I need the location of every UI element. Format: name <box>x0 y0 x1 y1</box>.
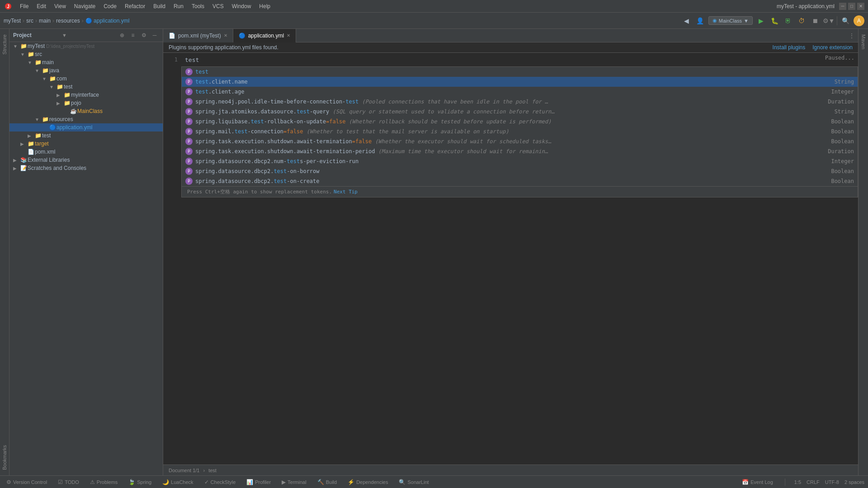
tab-application-yml[interactable]: 🔵 application.yml ✕ <box>233 29 296 42</box>
bookmarks-panel[interactable]: Bookmarks <box>0 440 9 475</box>
maximize-button[interactable]: □ <box>848 3 855 10</box>
todo-icon: ☑ <box>58 479 63 485</box>
tree-item-main[interactable]: ▼ 📁 main <box>9 58 163 66</box>
breadcrumb-src[interactable]: src <box>26 18 33 24</box>
yaml-tab-close[interactable]: ✕ <box>287 33 290 38</box>
line-sep: CRLF <box>807 479 820 485</box>
tree-item-pojo[interactable]: ▶ 📁 pojo <box>9 99 163 107</box>
ac-item-text: spring.liquibase.test-rollback-on-update… <box>195 118 827 125</box>
event-log-icon: 📅 <box>742 479 749 485</box>
build-tab[interactable]: 🔨 Build <box>315 478 340 486</box>
menu-vcs[interactable]: VCS <box>209 2 227 10</box>
ac-item-liquibase[interactable]: P spring.liquibase.test-rollback-on-upda… <box>182 117 858 127</box>
tree-item-mainclass[interactable]: ☕ MainClass <box>9 107 163 115</box>
problems-tab[interactable]: ⚠ Problems <box>87 478 120 486</box>
ac-item-test-client-name[interactable]: P test.client.name String <box>182 77 858 87</box>
ac-badge: P <box>185 158 193 165</box>
ac-item-dbcp2-borrow[interactable]: P spring.datasource.dbcp2.test-on-borrow… <box>182 166 858 176</box>
ac-item-mail[interactable]: P spring.mail.test-connection=false (Whe… <box>182 127 858 136</box>
account-button[interactable]: 👤 <box>695 15 706 26</box>
sidebar-dropdown[interactable]: ▼ <box>62 33 67 38</box>
tree-item-application-yml[interactable]: 🔵 application.yml <box>9 123 163 131</box>
stop-button[interactable]: ⏹ <box>810 15 821 26</box>
checkstyle-tab[interactable]: ✓ CheckStyle <box>202 478 239 486</box>
tree-label: com <box>57 75 67 82</box>
sonarlint-tab[interactable]: 🔍 SonarLint <box>396 478 431 486</box>
structure-panel[interactable]: Structure <box>0 29 9 60</box>
breadcrumb-project[interactable]: myTest <box>4 18 21 24</box>
menu-refactor[interactable]: Refactor <box>121 2 149 10</box>
install-plugins-link[interactable]: Install plugins <box>773 44 806 51</box>
spring-tab[interactable]: 🍃 Spring <box>126 478 154 486</box>
breadcrumb-main[interactable]: main <box>39 18 51 24</box>
search-everywhere-button[interactable]: 🔍 <box>840 15 851 26</box>
menu-window[interactable]: Window <box>228 2 255 10</box>
tree-item-java[interactable]: ▼ 📁 java <box>9 66 163 75</box>
menu-tools[interactable]: Tools <box>188 2 208 10</box>
tree-item-target[interactable]: ▶ 📁 target <box>9 140 163 148</box>
add-icon[interactable]: ⊕ <box>118 31 127 40</box>
luacheck-tab[interactable]: 🌙 LuaCheck <box>160 478 196 486</box>
tree-item-scratches[interactable]: ▶ 📝 Scratches and Consoles <box>9 164 163 172</box>
tree-label: Scratches and Consoles <box>28 165 86 171</box>
next-tip-link[interactable]: Next Tip <box>334 189 358 195</box>
editor-content[interactable]: 1 test Paused... P test P test.client.na… <box>163 53 858 465</box>
close-sidebar-icon[interactable]: ─ <box>150 31 159 40</box>
tree-item-resources[interactable]: ▼ 📁 resources <box>9 115 163 123</box>
tree-item-src[interactable]: ▼ 📁 src <box>9 50 163 58</box>
tab-pom-xml[interactable]: 📄 pom.xml (myTest) ✕ <box>163 29 233 42</box>
back-button[interactable]: ◀ <box>681 15 692 26</box>
coverage-button[interactable]: ⛨ <box>783 15 793 26</box>
todo-tab[interactable]: ☑ TODO <box>55 478 82 486</box>
yaml-file-icon: 🔵 <box>48 124 57 131</box>
ac-item-task-period[interactable]: P spring.task.execution.shutdown.await-t… <box>182 146 858 156</box>
pom-tab-close[interactable]: ✕ <box>224 33 227 38</box>
tree-item-com[interactable]: ▼ 📁 com <box>9 75 163 83</box>
run-button[interactable]: ▶ <box>755 15 766 26</box>
profiler-tab[interactable]: 📊 Profiler <box>244 478 274 486</box>
collapse-all-icon[interactable]: ≡ <box>128 31 137 40</box>
minimize-button[interactable]: ─ <box>839 3 846 10</box>
profile-button[interactable]: ⏱ <box>796 15 807 26</box>
ac-item-atomikos[interactable]: P spring.jta.atomikos.datasource.test-qu… <box>182 107 858 117</box>
tree-label: pom.xml <box>35 149 55 155</box>
terminal-tab[interactable]: ▶ Terminal <box>279 478 309 486</box>
ac-item-task-await[interactable]: P spring.task.execution.shutdown.await-t… <box>182 136 858 146</box>
avatar-button[interactable]: A <box>854 15 864 26</box>
menu-code[interactable]: Code <box>100 2 120 10</box>
settings-icon[interactable]: ⚙ <box>139 31 148 40</box>
more-run-options[interactable]: ⚙▼ <box>823 15 834 26</box>
ac-item-dbcp2-create[interactable]: P spring.datasource.dbcp2.test-on-create… <box>182 176 858 186</box>
menu-run[interactable]: Run <box>170 2 187 10</box>
run-config-selector[interactable]: ◉ MainClass ▼ <box>708 16 753 25</box>
sidebar-header: Project ▼ ⊕ ≡ ⚙ ─ <box>9 29 163 42</box>
debug-button[interactable]: 🐛 <box>769 15 780 26</box>
ignore-extension-link[interactable]: Ignore extension <box>812 44 853 51</box>
close-button[interactable]: ✕ <box>857 3 864 10</box>
event-log-tab[interactable]: 📅 Event Log <box>739 478 776 486</box>
tree-item-test-folder[interactable]: ▶ 📁 test <box>9 131 163 140</box>
version-control-tab[interactable]: ⚙ Version Control <box>4 478 50 486</box>
tree-item-pom-xml[interactable]: 📄 pom.xml <box>9 148 163 156</box>
menu-build[interactable]: Build <box>150 2 169 10</box>
sonarlint-icon: 🔍 <box>399 479 406 485</box>
tree-item-myinterface[interactable]: ▶ 📁 myinterface <box>9 91 163 99</box>
menu-file[interactable]: File <box>16 2 32 10</box>
tree-item-external-libs[interactable]: ▶ 📚 External Libraries <box>9 156 163 164</box>
menu-help[interactable]: Help <box>255 2 274 10</box>
menu-edit[interactable]: Edit <box>33 2 50 10</box>
ac-item-dbcp2-num[interactable]: P spring.datasource.dbcp2.num-tests-per-… <box>182 156 858 166</box>
dependencies-tab[interactable]: ⚡ Dependencies <box>345 478 391 486</box>
breadcrumb-file[interactable]: 🔵 application.yml <box>85 18 130 24</box>
menu-view[interactable]: View <box>51 2 70 10</box>
ac-item-test[interactable]: P test <box>182 67 858 77</box>
menu-navigate[interactable]: Navigate <box>71 2 99 10</box>
tree-item-test-pkg[interactable]: ▼ 📁 test <box>9 83 163 91</box>
tab-more-button[interactable]: ⋮ <box>845 33 858 39</box>
window-title: myTest - application.yml <box>777 3 835 9</box>
tree-item-mytest[interactable]: ▼ 📁 myTest D:\idea_projects\myTest <box>9 42 163 50</box>
ac-item-test-client-age[interactable]: P test.client.age Integer <box>182 87 858 97</box>
ac-item-neo4j[interactable]: P spring.neo4j.pool.idle-time-before-con… <box>182 97 858 107</box>
breadcrumb-resources[interactable]: resources <box>56 18 80 24</box>
maven-tab[interactable]: Maven <box>859 29 868 55</box>
